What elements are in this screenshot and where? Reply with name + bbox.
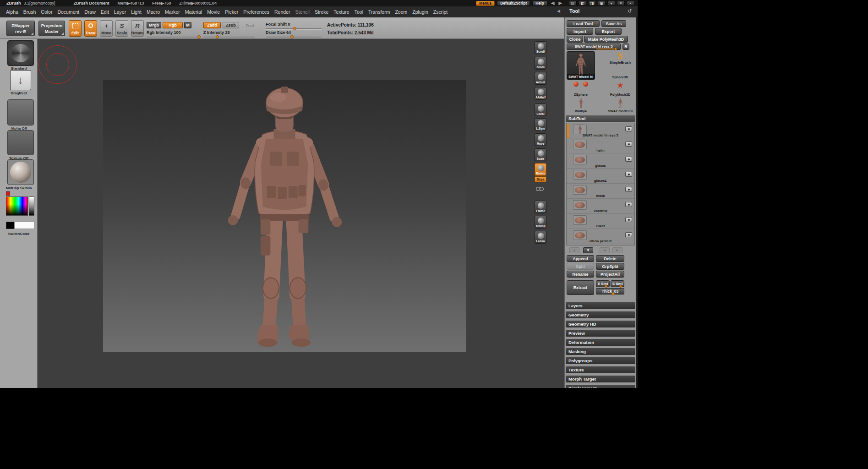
subtool-row[interactable]: helm (567, 138, 634, 153)
section-morph-target[interactable]: Morph Target (566, 376, 635, 382)
menu-color[interactable]: Color (41, 9, 52, 15)
slider-handle[interactable] (216, 35, 219, 38)
split-right-icon[interactable]: ◨ (588, 1, 596, 6)
panel-layout-icon[interactable]: ▤ (569, 1, 577, 6)
soldier-model[interactable] (207, 84, 362, 350)
rotate-tray-button[interactable]: Rotate (535, 163, 546, 176)
s-smt-handle[interactable] (619, 285, 622, 288)
section-geometry[interactable]: Geometry (566, 311, 635, 318)
section-displacement[interactable]: Displacement (566, 385, 635, 388)
visibility-eye-icon[interactable] (625, 217, 632, 222)
slider-handle[interactable] (197, 35, 201, 38)
e-smt-handle[interactable] (605, 285, 607, 288)
projectall-button[interactable]: ProjectAll (596, 271, 624, 278)
current-tool-button[interactable]: SWAT model hi ress 5 (567, 44, 621, 50)
subtool-row[interactable]: rukaf (567, 214, 634, 229)
tool-item-simplebrush[interactable]: S SimpleBrush (606, 51, 634, 65)
menu-edit[interactable]: Edit (101, 9, 109, 15)
frame-button[interactable]: Frame (535, 201, 546, 213)
lasso-button[interactable]: Lasso (535, 231, 546, 244)
menu-zscript[interactable]: Zscript (433, 9, 448, 15)
zcut-button[interactable]: Zcut (246, 23, 254, 28)
subtool-thumbnail[interactable] (573, 200, 587, 210)
subtool-thumbnail[interactable] (573, 155, 587, 164)
subtool-row[interactable]: elbow protect (567, 229, 634, 244)
shelf-scroll-left-icon[interactable]: ◀|||| (551, 1, 555, 5)
subtool-prev-icon[interactable]: ◄ (600, 247, 610, 253)
append-button[interactable]: Append (567, 255, 594, 262)
tool-item-polymesh3d[interactable]: ★ PolyMesh3D (606, 82, 634, 97)
scale-tray-button[interactable]: Scale (535, 148, 546, 161)
panel-scrollbar[interactable] (636, 17, 638, 388)
actual-button[interactable]: Actual (535, 72, 546, 85)
visibility-eye-icon[interactable] (625, 232, 632, 237)
section-geometry-hd[interactable]: Geometry HD (566, 321, 635, 327)
subtool-up-icon[interactable]: ▲ (569, 247, 579, 253)
e-smt-toggle[interactable]: E Smt (596, 280, 610, 287)
rgb-intensity-slider[interactable]: Rgb Intensity 100 (147, 30, 201, 38)
scale-mode-button[interactable]: S Scale (115, 20, 128, 37)
menu-texture[interactable]: Texture (333, 9, 349, 15)
visibility-eye-icon[interactable] (625, 142, 632, 147)
slider-handle[interactable] (293, 27, 296, 30)
rotate-mode-button[interactable]: R Rotate (131, 20, 144, 37)
link-icon[interactable] (535, 185, 546, 193)
zadd-button[interactable]: Zadd (203, 22, 221, 28)
tool-item-sphere3d[interactable]: Sphere3D (606, 66, 634, 80)
section-layers[interactable]: Layers (566, 302, 635, 309)
menu-picker[interactable]: Picker (225, 9, 238, 15)
transp-button[interactable]: Transp (535, 216, 546, 229)
tool-item-zsphere[interactable]: ZSphere (567, 82, 595, 97)
subtool-section-header[interactable]: SubTool (566, 115, 635, 122)
shelf-scroll-right-icon[interactable]: ||||▶ (558, 1, 562, 5)
draw-size-slider[interactable]: Draw Size 64 (266, 30, 322, 38)
subtool-thumbnail[interactable] (573, 230, 587, 240)
document-canvas[interactable] (103, 80, 466, 352)
tool-item-swat-model[interactable]: SWAT model hi (606, 98, 634, 114)
draw-mode-button[interactable]: Draw (84, 20, 97, 37)
z-intensity-slider[interactable]: Z Intensity 25 (203, 30, 255, 38)
grpsplit-button[interactable]: GrpSplit (596, 263, 624, 270)
section-polygroups[interactable]: Polygroups (566, 357, 635, 364)
m-button[interactable]: M (184, 22, 191, 28)
menu-marker[interactable]: Marker (165, 9, 180, 15)
subtool-thumbnail[interactable] (573, 125, 587, 134)
menu-macro[interactable]: Macro (147, 9, 160, 15)
menu-light[interactable]: Light (131, 9, 142, 15)
subtool-row[interactable]: glasesL (567, 169, 634, 184)
visibility-eye-icon[interactable] (625, 157, 632, 162)
export-button[interactable]: Export (595, 28, 622, 35)
subtool-thumbnail[interactable] (573, 215, 587, 225)
slider-handle[interactable] (290, 35, 294, 38)
menu-movie[interactable]: Movie (207, 9, 220, 15)
scroll-button[interactable]: Scroll (535, 41, 546, 54)
secondary-color-swatch[interactable] (6, 222, 14, 229)
active-tool-thumbnail[interactable]: SWAT model hi (567, 51, 595, 80)
rename-button[interactable]: Rename (567, 271, 594, 278)
mrgb-button[interactable]: Mrgb (147, 22, 161, 28)
subtool-row[interactable]: Vorotnik (567, 199, 634, 214)
sxyz-button[interactable]: Sxyz (535, 176, 546, 182)
subtool-thumbnail[interactable] (573, 185, 587, 195)
menu-tool[interactable]: Tool (355, 9, 363, 15)
visibility-eye-icon[interactable] (625, 202, 632, 207)
switch-color-button[interactable]: SwitchColor (0, 232, 38, 236)
projection-master-button[interactable]: Projection Master (38, 21, 65, 36)
menu-layer[interactable]: Layer (114, 9, 126, 15)
current-material-thumbnail[interactable] (7, 159, 34, 185)
menu-transform[interactable]: Transform (368, 9, 390, 15)
section-preview[interactable]: Preview (566, 330, 635, 337)
rgb-button[interactable]: Rgb (163, 22, 183, 28)
restore-config-button[interactable]: R (622, 44, 629, 50)
move-tray-button[interactable]: Move (535, 133, 546, 146)
current-brush-thumbnail[interactable] (7, 40, 34, 66)
aahalf-button[interactable]: AAHalf (535, 87, 546, 100)
current-texture-thumbnail[interactable] (7, 130, 34, 155)
zmapper-button[interactable]: ZMapper rev-E (6, 21, 35, 36)
menu-stencil[interactable]: Stencil (295, 9, 310, 15)
menu-document[interactable]: Document (57, 9, 79, 15)
lsym-button[interactable]: L.Sym (535, 118, 546, 131)
clone-button[interactable]: Clone (567, 36, 583, 43)
section-masking[interactable]: Masking (566, 348, 635, 355)
subtool-down-icon[interactable]: ▼ (583, 247, 593, 253)
